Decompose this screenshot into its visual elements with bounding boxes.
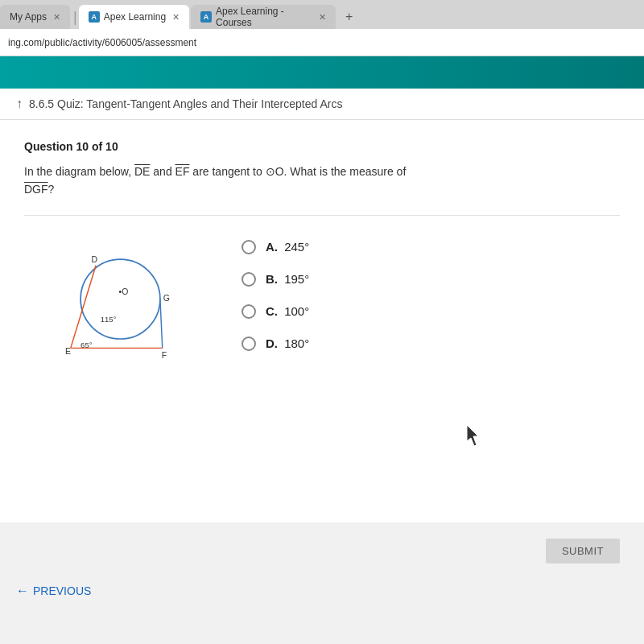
prev-arrow-icon: ← xyxy=(16,584,29,598)
tab-my-apps-close[interactable]: ✕ xyxy=(53,12,60,23)
question-text-before: In the diagram below, xyxy=(24,165,134,178)
browser-chrome: My Apps ✕ | A Apex Learning ✕ A Apex Lea… xyxy=(0,0,644,56)
tab-apex-learning[interactable]: A Apex Learning ✕ xyxy=(79,5,189,29)
svg-text:E: E xyxy=(65,347,71,356)
ef-label: EF xyxy=(175,165,190,178)
svg-text:G: G xyxy=(163,293,170,302)
apex-top-header xyxy=(0,56,644,89)
add-tab-button[interactable]: + xyxy=(337,6,361,27)
diagram-area: •O D E F G 115° 65° xyxy=(24,232,209,388)
radio-c[interactable] xyxy=(242,304,256,319)
answer-option-d[interactable]: D. 180° xyxy=(242,336,620,351)
tab-bar: My Apps ✕ | A Apex Learning ✕ A Apex Lea… xyxy=(0,0,644,29)
question-text-tangent: are tangent to ⊙O. What is the measure o… xyxy=(189,165,406,178)
radio-d[interactable] xyxy=(242,336,256,351)
tab-apex-courses-close[interactable]: ✕ xyxy=(319,12,326,23)
bottom-nav: ← PREVIOUS xyxy=(0,572,644,610)
quiz-nav-title: 8.6.5 Quiz: Tangent-Tangent Angles and T… xyxy=(29,97,342,110)
svg-text:115°: 115° xyxy=(101,315,117,324)
answer-label-c: C. 100° xyxy=(266,304,309,318)
svg-line-2 xyxy=(71,266,96,349)
previous-button[interactable]: ← PREVIOUS xyxy=(16,584,91,598)
submit-area: SUBMIT xyxy=(0,522,644,572)
submit-button[interactable]: SUBMIT xyxy=(546,539,620,564)
tab-my-apps-label: My Apps xyxy=(10,11,47,23)
tab-my-apps[interactable]: My Apps ✕ xyxy=(0,5,70,29)
question-text-mid: and xyxy=(150,165,175,178)
previous-label: PREVIOUS xyxy=(33,584,91,597)
svg-point-0 xyxy=(80,259,160,339)
address-url: ing.com/public/activity/6006005/assessme… xyxy=(8,37,196,48)
answers-area: A. 245° B. 195° C. 100° xyxy=(242,232,620,369)
de-label: DE xyxy=(134,165,150,178)
answer-label-a: A. 245° xyxy=(266,240,309,254)
question-divider xyxy=(24,215,620,216)
geometry-diagram: •O D E F G 115° 65° xyxy=(24,232,201,385)
svg-text:F: F xyxy=(162,351,167,360)
tab-apex-courses-icon: A xyxy=(200,11,212,23)
dgf-label: DGF xyxy=(24,183,48,196)
answer-option-a[interactable]: A. 245° xyxy=(242,240,620,254)
question-text: In the diagram below, DE and EF are tang… xyxy=(24,163,620,199)
address-bar: ing.com/public/activity/6006005/assessme… xyxy=(0,29,644,56)
qa-container: •O D E F G 115° 65° xyxy=(24,232,620,388)
tab-separator-1: | xyxy=(73,9,77,26)
main-content: Question 10 of 10 In the diagram below, … xyxy=(0,120,644,522)
radio-b[interactable] xyxy=(242,272,256,287)
question-header: Question 10 of 10 xyxy=(24,140,620,153)
quiz-nav-up-icon: ↑ xyxy=(16,97,23,111)
answer-label-d: D. 180° xyxy=(266,336,309,350)
svg-text:D: D xyxy=(91,255,97,264)
svg-text:65°: 65° xyxy=(80,341,93,349)
tab-apex-learning-close[interactable]: ✕ xyxy=(172,12,180,23)
svg-line-4 xyxy=(160,299,163,348)
quiz-nav-bar: ↑ 8.6.5 Quiz: Tangent-Tangent Angles and… xyxy=(0,89,644,120)
tab-apex-learning-label: Apex Learning xyxy=(104,11,166,23)
tab-apex-learning-icon: A xyxy=(89,11,100,23)
answer-label-b: B. 195° xyxy=(266,272,309,286)
question-text-end: ? xyxy=(48,183,55,196)
tab-apex-courses-label: Apex Learning - Courses xyxy=(216,6,312,28)
answer-option-c[interactable]: C. 100° xyxy=(242,304,620,319)
answer-option-b[interactable]: B. 195° xyxy=(242,272,620,287)
tab-apex-courses[interactable]: A Apex Learning - Courses ✕ xyxy=(191,5,336,29)
svg-text:•O: •O xyxy=(119,287,129,296)
radio-a[interactable] xyxy=(242,240,256,254)
